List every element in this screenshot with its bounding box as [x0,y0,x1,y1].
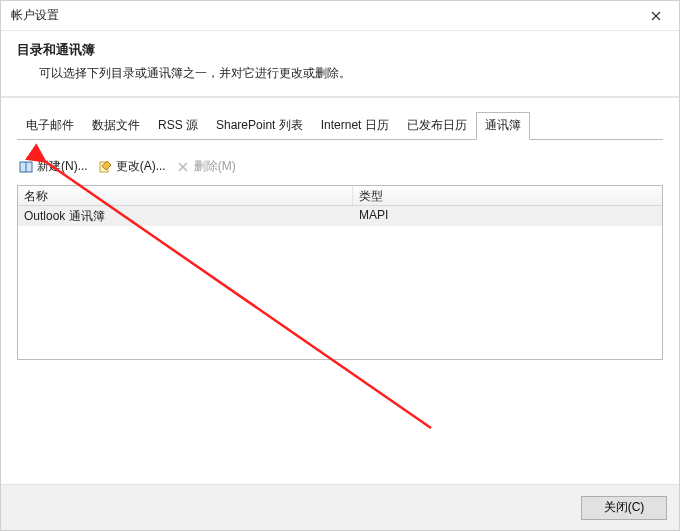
delete-button: 删除(M) [174,156,238,177]
titlebar: 帐户设置 [1,1,679,31]
address-book-table: 名称 类型 Outlook 通讯簿 MAPI [17,185,663,360]
toolbar: 新建(N)... 更改(A)... 删除(M) [17,156,663,177]
book-icon [19,160,33,174]
new-button[interactable]: 新建(N)... [17,156,90,177]
table-header: 名称 类型 [18,186,662,206]
tab-published-calendar[interactable]: 已发布日历 [398,112,476,139]
cell-type: MAPI [353,206,662,226]
page-title: 目录和通讯簿 [17,41,663,59]
window-title: 帐户设置 [11,7,641,24]
body-area: 电子邮件 数据文件 RSS 源 SharePoint 列表 Internet 日… [1,98,679,484]
tab-internet-calendar[interactable]: Internet 日历 [312,112,398,139]
new-button-label: 新建(N)... [37,158,88,175]
dialog-footer: 关闭(C) [1,484,679,530]
tab-data-files[interactable]: 数据文件 [83,112,149,139]
edit-button-label: 更改(A)... [116,158,166,175]
delete-icon [176,160,190,174]
close-button[interactable]: 关闭(C) [581,496,667,520]
header-area: 目录和通讯簿 可以选择下列目录或通讯簿之一，并对它进行更改或删除。 [1,31,679,98]
close-icon[interactable] [641,1,671,31]
column-header-name[interactable]: 名称 [18,186,353,205]
cell-name: Outlook 通讯簿 [18,206,353,226]
tab-rss[interactable]: RSS 源 [149,112,207,139]
tab-email[interactable]: 电子邮件 [17,112,83,139]
tab-strip: 电子邮件 数据文件 RSS 源 SharePoint 列表 Internet 日… [17,112,663,140]
edit-button[interactable]: 更改(A)... [96,156,168,177]
table-row[interactable]: Outlook 通讯簿 MAPI [18,206,662,226]
page-subtitle: 可以选择下列目录或通讯簿之一，并对它进行更改或删除。 [17,65,663,82]
column-header-type[interactable]: 类型 [353,186,662,205]
tab-sharepoint[interactable]: SharePoint 列表 [207,112,312,139]
delete-button-label: 删除(M) [194,158,236,175]
dialog-window: 帐户设置 目录和通讯簿 可以选择下列目录或通讯簿之一，并对它进行更改或删除。 电… [0,0,680,531]
edit-icon [98,160,112,174]
tab-address-book[interactable]: 通讯簿 [476,112,530,140]
